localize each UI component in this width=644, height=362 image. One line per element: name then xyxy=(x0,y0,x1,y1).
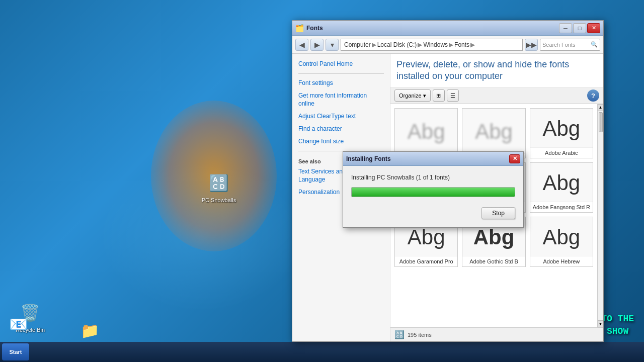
font-item-0[interactable]: Abg xyxy=(394,108,458,158)
sidebar-item-cleartype[interactable]: Adjust ClearType text xyxy=(292,110,390,123)
sidebar-item-control-panel-home[interactable]: Control Panel Home xyxy=(292,58,390,70)
installing-fonts-dialog: Installing Fonts ✕ Installing PC Snowbal… xyxy=(343,151,524,228)
font-item-5[interactable]: Abg Adobe Fangsong Std R xyxy=(530,162,593,213)
title-bar: 🗂️ Fonts ─ □ ✕ xyxy=(292,21,603,36)
start-button[interactable]: Start xyxy=(2,343,29,360)
sidebar-item-change-font-size[interactable]: Change font size xyxy=(292,135,390,148)
toolbar: Organize ▾ ⊞ ☰ ? xyxy=(390,88,603,104)
breadcrumb-expand-button[interactable]: ▶▶ xyxy=(525,39,538,51)
font-name-8: Adobe Hebrew xyxy=(530,256,593,266)
organize-arrow: ▾ xyxy=(423,93,426,99)
progress-bar-fill xyxy=(352,188,515,197)
dialog-close-button[interactable]: ✕ xyxy=(509,154,520,163)
dialog-title-text: Installing Fonts xyxy=(346,155,509,162)
view-icon-button[interactable]: ⊞ xyxy=(433,89,445,102)
breadcrumb-part-localdisk[interactable]: Local Disk (C:) xyxy=(377,41,417,48)
taskbar: Start xyxy=(0,342,644,362)
dialog-body: Installing PC Snowballs (1 of 1 fonts) S… xyxy=(343,166,523,227)
font-preview-5: Abg xyxy=(530,163,593,202)
stop-button[interactable]: Stop xyxy=(481,207,515,219)
help-button[interactable]: ? xyxy=(587,89,599,102)
sep1: ▶ xyxy=(372,41,376,48)
scroll-thumb[interactable] xyxy=(599,112,603,132)
desktop: 🗑️ Recycle Bin 🔠 PC Snowballs WELCOME TO… xyxy=(0,0,644,362)
explorer-window: 🗂️ Fonts ─ □ ✕ ◀ ▶ ▾ Computer ▶ Local Di… xyxy=(292,20,604,342)
search-icon: 🔍 xyxy=(591,41,598,48)
font-preview-2: Abg xyxy=(530,109,593,147)
breadcrumb-part-computer[interactable]: Computer xyxy=(344,41,371,48)
cleaner-icon[interactable]: 📁 xyxy=(80,322,99,339)
address-bar: ◀ ▶ ▾ Computer ▶ Local Disk (C:) ▶ Windo… xyxy=(292,36,603,54)
pc-snowballs-label: PC Snowballs xyxy=(202,197,236,203)
font-item-1[interactable]: Abg xyxy=(462,108,525,158)
font-name-5: Adobe Fangsong Std R xyxy=(530,202,593,212)
vertical-scrollbar[interactable]: ▲ ▼ xyxy=(597,104,603,327)
sep4: ▶ xyxy=(470,41,475,48)
sidebar-item-more-info[interactable]: Get more font information online xyxy=(292,89,390,111)
mailbird-icon[interactable]: 📧 xyxy=(9,315,33,339)
font-preview-8: Abg xyxy=(530,217,593,256)
search-placeholder: Search Fonts xyxy=(542,42,575,48)
dialog-buttons: Stop xyxy=(351,207,515,219)
content-title: Preview, delete, or show and hide the fo… xyxy=(396,59,597,82)
sep2: ▶ xyxy=(418,41,422,48)
organize-button[interactable]: Organize ▾ xyxy=(394,89,431,102)
font-name-2: Adobe Arabic xyxy=(530,147,593,158)
organize-label: Organize xyxy=(399,93,422,99)
font-name-7: Adobe Gothic Std B xyxy=(462,256,525,266)
window-title: Fonts xyxy=(306,25,559,32)
font-preview-0: Abg xyxy=(395,109,457,153)
content-header: Preview, delete, or show and hide the fo… xyxy=(390,54,603,88)
font-name-6: Adobe Garamond Pro xyxy=(395,256,457,266)
breadcrumb-part-windows[interactable]: Windows xyxy=(423,41,448,48)
sep3: ▶ xyxy=(449,41,453,48)
back-button[interactable]: ◀ xyxy=(295,39,308,51)
scroll-up-arrow[interactable]: ▲ xyxy=(598,104,603,111)
breadcrumb[interactable]: Computer ▶ Local Disk (C:) ▶ Windows ▶ F… xyxy=(341,39,523,51)
maximize-button[interactable]: □ xyxy=(573,23,586,33)
close-button[interactable]: ✕ xyxy=(587,23,600,33)
scroll-down-arrow[interactable]: ▼ xyxy=(598,320,603,327)
view-list-button[interactable]: ☰ xyxy=(447,89,459,102)
pc-snowballs-desktop-icon[interactable]: 🔠 PC Snowballs xyxy=(199,171,239,203)
dialog-message: Installing PC Snowballs (1 of 1 fonts) xyxy=(351,174,515,181)
font-preview-1: Abg xyxy=(462,109,525,153)
recent-pages-button[interactable]: ▾ xyxy=(326,39,339,51)
breadcrumb-part-fonts[interactable]: Fonts xyxy=(454,41,469,48)
font-icon-status: 🔠 xyxy=(394,330,405,339)
minimize-button[interactable]: ─ xyxy=(559,23,572,33)
search-box[interactable]: Search Fonts 🔍 xyxy=(540,39,600,51)
font-item-2[interactable]: Abg Adobe Arabic xyxy=(530,108,593,158)
window-icon: 🗂️ xyxy=(295,24,303,32)
sidebar-divider-1 xyxy=(298,73,384,74)
forward-button[interactable]: ▶ xyxy=(310,39,324,51)
sidebar-item-font-settings[interactable]: Font settings xyxy=(292,77,390,89)
font-item-8[interactable]: Abg Adobe Hebrew xyxy=(530,217,593,267)
item-count: 195 items xyxy=(408,332,432,338)
dialog-title-bar: Installing Fonts ✕ xyxy=(343,152,523,166)
window-controls: ─ □ ✕ xyxy=(559,23,600,33)
sidebar-item-find-character[interactable]: Find a character xyxy=(292,123,390,135)
status-bar: 🔠 195 items xyxy=(390,327,603,341)
progress-bar-track xyxy=(351,187,515,197)
pc-snowballs-image: 🔠 xyxy=(207,171,231,195)
